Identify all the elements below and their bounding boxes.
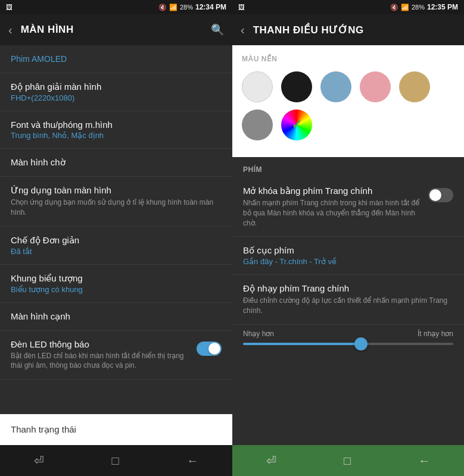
color-white[interactable]: [242, 71, 273, 102]
toast-text: Thanh trạng thái: [11, 424, 76, 435]
list-item[interactable]: Ứng dụng toàn màn hình Chọn ứng dụng bạn…: [0, 177, 232, 227]
recent-apps-button[interactable]: ⏎: [34, 453, 44, 468]
slider-container: Nhạy hơn Ít nhạy hơn: [232, 325, 464, 356]
back-button[interactable]: ‹: [241, 23, 245, 37]
left-panel: 🖼 🔇 📶 28% 12:34 PM ‹ MÀN HÌNH 🔍 Phim AMO…: [0, 0, 232, 476]
right-status-icons: 🔇 📶 28% 12:34 PM: [158, 3, 226, 11]
right-panel: 🖼 🔇 📶 28% 12:35 PM ‹ THANH ĐIỀU HƯỚNG MÀ…: [232, 0, 464, 476]
item-title: Độ phân giải màn hình: [11, 82, 222, 92]
slider-labels: Nhạy hơn Ít nhạy hơn: [243, 330, 453, 338]
item-desc: Nhấn mạnh phím Trang chính trong khi màn…: [243, 198, 422, 228]
mute-icon: 🔇: [158, 4, 167, 11]
list-item[interactable]: Bố cục phím Gần đây - Tr.chính - Trở về: [232, 237, 464, 275]
battery-text: 28%: [180, 4, 193, 11]
item-desc: Bật đèn LED chỉ báo khi màn hình tắt để …: [11, 351, 191, 371]
slider-fill: [243, 343, 359, 345]
item-title: Màn hình cạnh: [11, 311, 222, 322]
list-item[interactable]: Khung biểu tượng Biểu tượng có khung: [0, 265, 232, 303]
slider-thumb[interactable]: [354, 337, 368, 350]
slider-left-label: Nhạy hơn: [243, 330, 274, 338]
left-scroll-content: Phim AMOLED Độ phân giải màn hình FHD+(2…: [0, 45, 232, 414]
list-item[interactable]: Màn hình chờ: [0, 149, 232, 177]
recent-apps-button[interactable]: ⏎: [266, 453, 276, 468]
toast-bar: Thanh trạng thái: [0, 414, 232, 445]
color-black[interactable]: [281, 71, 312, 102]
left-bottom-bar: ⏎ □ ←: [0, 445, 232, 476]
list-item[interactable]: Font và thu/phóng m.hình Trung bình, Nhỏ…: [0, 111, 232, 149]
item-subtitle: Biểu tượng có khung: [11, 285, 222, 294]
time-display: 12:34 PM: [195, 3, 226, 11]
right-scroll-content: PHÍM Mở khóa bằng phím Trang chính Nhấn …: [232, 157, 464, 445]
item-title: Đèn LED thông báo: [11, 339, 191, 349]
left-top-bar: ‹ MÀN HÌNH 🔍: [0, 14, 232, 45]
item-text-part: Đèn LED thông báo Bật đèn LED chỉ báo kh…: [11, 339, 191, 371]
home-button[interactable]: □: [344, 454, 351, 468]
item-desc: Chọn ứng dụng bạn muốn sử dụng ở tỉ lệ k…: [11, 198, 222, 218]
battery-text: 28%: [412, 4, 425, 11]
item-title: Bố cục phím: [243, 245, 453, 256]
back-button[interactable]: ‹: [8, 23, 13, 37]
image-icon: 🖼: [238, 4, 245, 11]
slider-track[interactable]: [243, 343, 453, 345]
color-row-1: [242, 71, 454, 102]
list-item[interactable]: Đèn LED thông báo Bật đèn LED chỉ báo kh…: [0, 331, 232, 380]
color-section: MÀU NỀN: [232, 45, 464, 157]
left-status-bar: 🖼 🔇 📶 28% 12:34 PM: [0, 0, 232, 14]
item-subtitle: Gần đây - Tr.chính - Trở về: [243, 257, 453, 266]
item-title: Màn hình chờ: [11, 157, 222, 168]
right-status-bar: 🖼 🔇 📶 28% 12:35 PM: [232, 0, 464, 14]
item-text-part: Mở khóa bằng phím Trang chính Nhấn mạnh …: [243, 186, 422, 228]
item-subtitle: Đã tắt: [11, 247, 222, 256]
item-title: Ứng dụng toàn màn hình: [11, 185, 222, 196]
image-icon: 🖼: [6, 4, 13, 11]
back-nav-button[interactable]: ←: [418, 454, 430, 468]
right-status-left-icons: 🖼: [238, 4, 245, 11]
back-nav-button[interactable]: ←: [186, 454, 198, 468]
time-display: 12:35 PM: [427, 3, 458, 11]
item-title: Mở khóa bằng phím Trang chính: [243, 186, 422, 196]
right-top-bar: ‹ THANH ĐIỀU HƯỚNG: [232, 14, 464, 45]
color-section-label: MÀU NỀN: [242, 55, 454, 63]
home-button[interactable]: □: [111, 454, 119, 468]
item-link[interactable]: Phim AMOLED: [11, 54, 67, 64]
color-gray[interactable]: [242, 109, 273, 140]
color-gold[interactable]: [399, 71, 430, 102]
color-row-2: [242, 109, 454, 140]
right-bottom-bar: ⏎ □ ←: [232, 445, 464, 476]
left-status-icons: 🖼: [6, 4, 13, 11]
page-title: MÀN HÌNH: [21, 24, 211, 36]
slider-right-label: Ít nhạy hơn: [418, 330, 453, 338]
color-blue[interactable]: [320, 71, 351, 102]
list-item[interactable]: Độ phân giải màn hình FHD+(2220x1080): [0, 73, 232, 111]
item-title: Chế độ Đơn giản: [11, 235, 222, 246]
item-subtitle: Trung bình, Nhỏ, Mặc định: [11, 131, 222, 140]
led-toggle[interactable]: [197, 342, 222, 356]
search-icon[interactable]: 🔍: [211, 23, 224, 36]
phim-section-header: PHÍM: [232, 157, 464, 177]
item-title: Khung biểu tượng: [11, 273, 222, 284]
item-title: Độ nhạy phím Trang chính: [243, 283, 453, 294]
mute-icon: 🔇: [390, 4, 398, 11]
page-title: THANH ĐIỀU HƯỚNG: [253, 24, 456, 36]
list-item[interactable]: Chế độ Đơn giản Đã tắt: [0, 227, 232, 265]
list-item[interactable]: Mở khóa bằng phím Trang chính Nhấn mạnh …: [232, 177, 464, 237]
wifi-icon: 📶: [401, 4, 409, 11]
item-subtitle: FHD+(2220x1080): [11, 93, 222, 102]
unlock-toggle[interactable]: [428, 188, 453, 202]
list-item[interactable]: Độ nhạy phím Trang chính Điều chỉnh cườn…: [232, 275, 464, 325]
list-item[interactable]: Phim AMOLED: [0, 45, 232, 73]
list-item[interactable]: Màn hình cạnh: [0, 303, 232, 331]
item-desc: Điều chỉnh cường độ áp lực cần thiết để …: [243, 296, 453, 316]
color-pink[interactable]: [360, 71, 391, 102]
right-status-right-icons: 🔇 📶 28% 12:35 PM: [390, 3, 458, 11]
wifi-icon: 📶: [169, 4, 177, 11]
color-rainbow[interactable]: [281, 109, 312, 140]
item-title: Font và thu/phóng m.hình: [11, 120, 222, 130]
